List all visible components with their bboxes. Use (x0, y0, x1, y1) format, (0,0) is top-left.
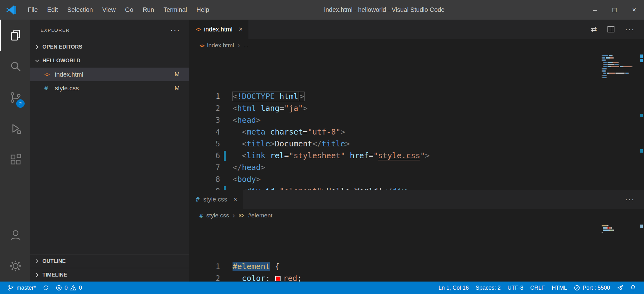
text-cursor (299, 92, 299, 101)
minimap[interactable] (602, 225, 637, 234)
tab-label: index.html (204, 26, 232, 33)
file-item-style-css[interactable]: # style.css M (30, 81, 189, 95)
code-token (233, 274, 242, 282)
explorer-more-actions-icon[interactable]: ··· (170, 26, 180, 34)
code-line[interactable]: 9 <div id="element">Hello World!</div> (189, 185, 644, 190)
code-token (233, 151, 242, 160)
sidebar-header: EXPLORER ··· (30, 20, 189, 40)
code-token: > (406, 187, 411, 190)
code-token: > (303, 104, 308, 113)
menu-terminal[interactable]: Terminal (159, 0, 192, 20)
ruler-mark (640, 114, 643, 117)
breadcrumb-item-symbol[interactable]: #element (248, 212, 272, 219)
code-line[interactable]: 6 <link rel="stylesheet" href="style.css… (189, 150, 644, 162)
more-actions-icon[interactable]: ··· (625, 26, 635, 33)
code-line[interactable]: 8<body> (189, 173, 644, 185)
breadcrumb-item-file[interactable]: style.css (206, 212, 229, 219)
code-token: > (261, 163, 265, 172)
code-line[interactable]: 1#element { (189, 261, 644, 273)
explorer-icon[interactable] (0, 20, 30, 51)
sync-changes-icon[interactable] (39, 282, 52, 294)
symbol-ruleset-icon (238, 212, 245, 219)
code-line[interactable]: 5 <title>Document</title> (189, 138, 644, 150)
port-label: Port : 5500 (583, 285, 610, 291)
gutter-decorations (220, 114, 233, 126)
menu-selection[interactable]: Selection (63, 0, 98, 20)
tab-style-css[interactable]: # style.css × (189, 190, 243, 209)
code-line[interactable]: 3<head> (189, 114, 644, 126)
line-content: <link rel="stylesheet" href="style.css"> (233, 150, 644, 162)
menu-go[interactable]: Go (120, 0, 138, 20)
code-editor-style-css[interactable]: 1#element {2 color: red;3 font-size: 40p… (189, 222, 644, 282)
menu-edit[interactable]: Edit (42, 0, 62, 20)
line-content: <html lang="ja"> (233, 102, 644, 114)
timeline-section[interactable]: TIMELINE (30, 268, 189, 282)
code-token: #element (233, 262, 270, 271)
code-token: > (425, 151, 430, 160)
feedback-icon[interactable] (613, 282, 627, 294)
chevron-right-icon: › (233, 212, 235, 219)
maximize-icon[interactable]: □ (605, 0, 624, 20)
code-token: color (242, 274, 265, 282)
menu-run[interactable]: Run (138, 0, 159, 20)
code-line[interactable]: 7</head> (189, 162, 644, 173)
line-content: <title>Document</title> (233, 138, 644, 150)
outline-section[interactable]: OUTLINE (30, 254, 189, 268)
encoding-status[interactable]: UTF-8 (504, 282, 527, 294)
minimap-line (602, 57, 637, 59)
notifications-bell-icon[interactable] (627, 282, 640, 294)
close-tab-icon[interactable]: × (233, 196, 238, 203)
line-number: 6 (189, 151, 220, 160)
language-mode-status[interactable]: HTML (548, 282, 570, 294)
minimap[interactable] (602, 55, 637, 79)
code-line[interactable]: 4 <meta charset="utf-8"> (189, 126, 644, 138)
open-editors-section[interactable]: OPEN EDITORS (30, 40, 189, 54)
breadcrumb-item-file[interactable]: index.html (207, 42, 234, 49)
code-token (233, 139, 242, 148)
code-token: < (233, 104, 237, 113)
settings-gear-icon[interactable] (0, 250, 30, 282)
code-line[interactable]: 2 color: red; (189, 273, 644, 282)
run-and-debug-icon[interactable] (0, 113, 30, 144)
code-token: html (280, 92, 298, 101)
git-branch-status[interactable]: master* (4, 282, 39, 294)
eol-status[interactable]: CRLF (527, 282, 548, 294)
split-editor-icon[interactable] (607, 25, 615, 33)
live-server-port-status[interactable]: Port : 5500 (570, 282, 613, 294)
file-item-index-html[interactable]: <> index.html M (30, 68, 189, 81)
more-actions-icon[interactable]: ··· (625, 196, 635, 203)
code-token: { (270, 262, 279, 271)
code-line[interactable]: 1<!DOCTYPE html> (189, 91, 644, 102)
code-editor-index-html[interactable]: 1<!DOCTYPE html>2<html lang="ja">3<head>… (189, 52, 644, 190)
gear-icon (9, 260, 22, 272)
code-token: "element" (280, 187, 322, 190)
cursor-position-status[interactable]: Ln 1, Col 16 (435, 282, 472, 294)
code-token: > (300, 92, 304, 101)
source-control-icon[interactable]: 2 (0, 82, 30, 113)
folder-helloworld-section[interactable]: HELLOWORLD (30, 54, 189, 68)
code-line[interactable]: 2<html lang="ja"> (189, 102, 644, 114)
git-modified-line-marker (224, 186, 226, 190)
menu-view[interactable]: View (98, 0, 120, 20)
close-tab-icon[interactable]: × (239, 26, 243, 33)
indentation-status[interactable]: Spaces: 2 (472, 282, 504, 294)
code-token: = (275, 187, 280, 190)
gutter-decorations (220, 102, 233, 114)
code-token: meta (247, 127, 265, 136)
open-changes-icon[interactable]: ⇄ (591, 26, 597, 33)
extensions-icon[interactable] (0, 144, 30, 175)
tab-index-html[interactable]: <> index.html × (189, 20, 248, 39)
breadcrumb-item-symbol[interactable]: ... (243, 42, 248, 49)
close-icon[interactable]: × (624, 0, 644, 20)
minimize-icon[interactable]: – (585, 0, 605, 20)
minimap-line (602, 73, 637, 74)
editor-actions: ⇄ ··· (591, 20, 644, 39)
accounts-icon[interactable] (0, 219, 30, 250)
code-token: href (350, 151, 368, 160)
menu-help[interactable]: Help (192, 0, 214, 20)
status-bar-left: master* 0 0 (4, 282, 85, 294)
problems-status[interactable]: 0 0 (52, 282, 85, 294)
code-token: > (340, 127, 345, 136)
menu-file[interactable]: File (23, 0, 42, 20)
search-icon[interactable] (0, 51, 30, 82)
